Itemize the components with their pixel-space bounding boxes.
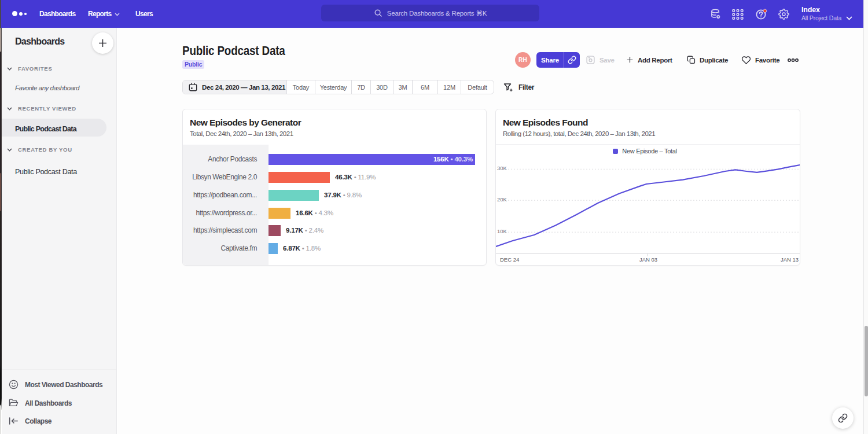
svg-text:JAN 13: JAN 13 (781, 256, 799, 263)
svg-text:JAN 03: JAN 03 (639, 256, 657, 263)
svg-text:20K: 20K (497, 196, 507, 203)
svg-text:30K: 30K (497, 165, 507, 171)
svg-text:10K: 10K (497, 228, 507, 234)
svg-text:DEC 24: DEC 24 (500, 256, 519, 263)
